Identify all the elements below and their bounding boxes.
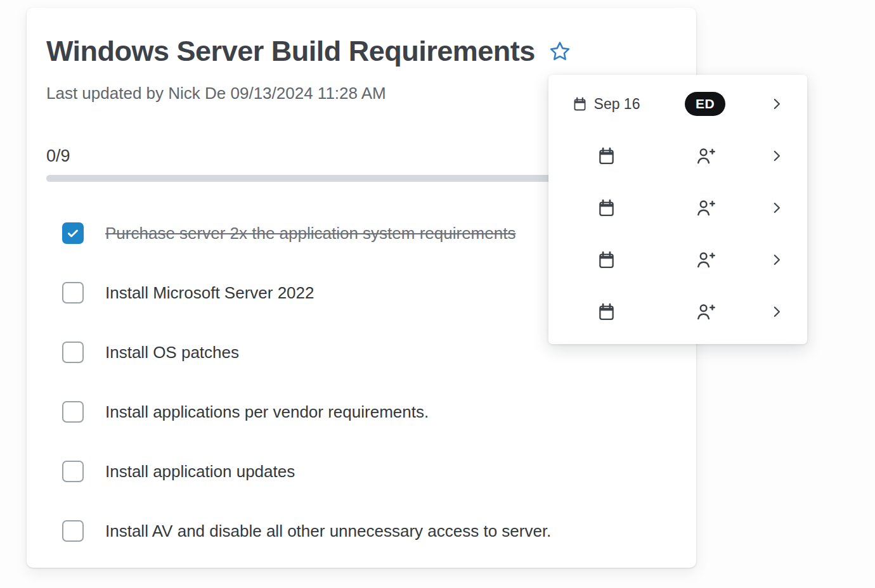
favorite-button[interactable]	[548, 39, 572, 63]
checklist-item: Install application updates	[46, 461, 675, 482]
checkbox-checked[interactable]	[62, 222, 84, 244]
item-options-row: Sep 16 ED	[548, 78, 807, 130]
expand-item-button[interactable]	[746, 252, 807, 268]
expand-item-button[interactable]	[746, 148, 807, 164]
person-add-icon	[694, 301, 716, 323]
item-options-row	[548, 182, 807, 234]
set-due-date-button[interactable]	[548, 199, 664, 217]
person-add-icon	[694, 197, 716, 219]
chevron-right-icon	[768, 148, 785, 164]
checklist-item-label: Install OS patches	[105, 343, 239, 362]
assign-user-button[interactable]	[694, 249, 716, 271]
set-due-date-button[interactable]	[548, 147, 664, 165]
checklist-item: Install AV and disable all other unneces…	[46, 520, 675, 542]
assign-user-button[interactable]	[694, 145, 716, 167]
star-icon	[548, 40, 571, 63]
calendar-icon	[573, 97, 587, 112]
item-options-row	[548, 130, 807, 182]
chevron-right-icon	[768, 304, 785, 320]
checklist-item-label: Install AV and disable all other unneces…	[105, 521, 551, 541]
checkbox-unchecked[interactable]	[62, 282, 84, 304]
person-add-icon	[694, 249, 716, 271]
item-options-panel: Sep 16 ED	[548, 75, 807, 344]
checkbox-unchecked[interactable]	[62, 461, 84, 482]
checkbox-unchecked[interactable]	[62, 520, 84, 542]
title-row: Windows Server Build Requirements	[46, 35, 675, 67]
expand-item-button[interactable]	[746, 304, 807, 320]
checklist-item: Install applications per vendor requirem…	[46, 401, 675, 423]
page-title: Windows Server Build Requirements	[46, 35, 535, 67]
checkmark-icon	[65, 226, 81, 241]
assign-user-button[interactable]	[694, 301, 716, 323]
assign-user-button[interactable]	[694, 197, 716, 219]
expand-item-button[interactable]	[746, 96, 807, 112]
calendar-icon	[597, 147, 616, 165]
calendar-icon	[597, 251, 616, 269]
checklist-item: Install OS patches	[46, 342, 675, 363]
due-date-label: Sep 16	[594, 96, 640, 113]
item-options-row	[548, 286, 807, 338]
checkbox-unchecked[interactable]	[62, 342, 84, 363]
expand-item-button[interactable]	[746, 200, 807, 216]
item-options-row	[548, 234, 807, 286]
checklist-item-label: Install applications per vendor requirem…	[105, 402, 429, 422]
set-due-date-button[interactable]	[548, 251, 664, 269]
checkbox-unchecked[interactable]	[62, 401, 84, 423]
set-due-date-button[interactable]	[548, 303, 664, 321]
checklist-item-label: Install Microsoft Server 2022	[105, 283, 314, 303]
chevron-right-icon	[768, 200, 785, 216]
checklist-item-label: Install application updates	[105, 462, 295, 482]
chevron-right-icon	[768, 96, 785, 112]
checklist-item-label: Purchase server 2x the application syste…	[105, 224, 515, 243]
assignee-avatar[interactable]: ED	[685, 92, 725, 116]
calendar-icon	[597, 199, 616, 217]
calendar-icon	[597, 303, 616, 321]
due-date-button[interactable]: Sep 16	[548, 96, 664, 113]
person-add-icon	[694, 145, 716, 167]
chevron-right-icon	[768, 252, 785, 268]
